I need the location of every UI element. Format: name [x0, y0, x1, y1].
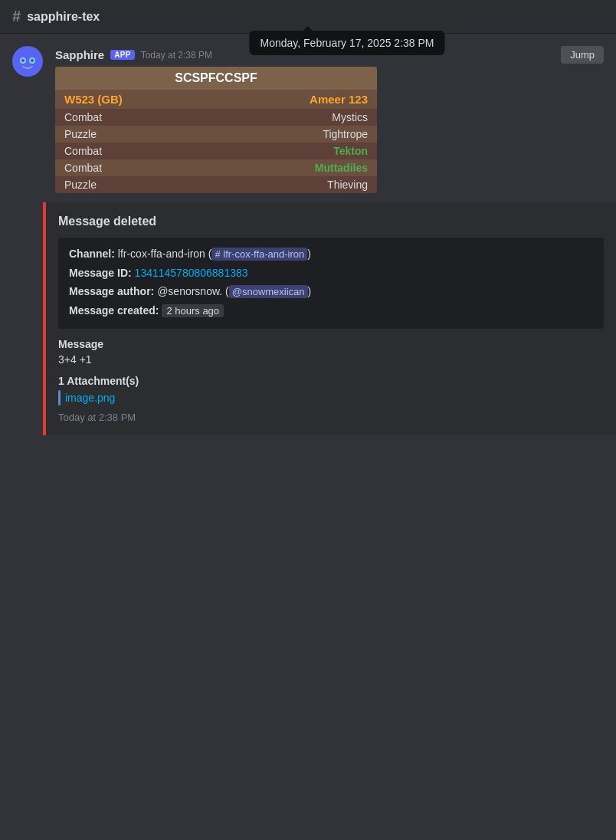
channel-value: lfr-cox-ffa-and-iron ( — [118, 248, 212, 260]
channel-mention[interactable]: # lfr-cox-ffa-and-iron — [211, 248, 307, 261]
created-value: 2 hours ago — [162, 304, 224, 317]
jump-button[interactable]: Jump — [561, 46, 604, 64]
channel-hash-icon: # — [12, 8, 21, 25]
game-row-right-5: Thieving — [327, 179, 368, 191]
game-row-right-1: Mystics — [332, 111, 368, 123]
author-field: Message author: @senorsnow. (@snowmexiic… — [69, 283, 593, 300]
sapphire-avatar-icon — [12, 46, 43, 77]
section-message-title: Message — [58, 338, 604, 350]
game-title: SCSPFCCSPF — [175, 71, 257, 84]
attachment-bar — [58, 390, 61, 405]
channel-header: # sapphire-tex Monday, February 17, 2025… — [0, 0, 616, 34]
game-row-left-1: Combat — [64, 111, 102, 123]
author-paren-close: ) — [308, 285, 312, 297]
deleted-message-embed: Message deleted Channel: lfr-cox-ffa-and… — [43, 202, 616, 435]
attachment-link[interactable]: image.png — [65, 392, 115, 404]
embed-fields: Channel: lfr-cox-ffa-and-iron (# lfr-cox… — [58, 238, 604, 329]
message-timestamp: Today at 2:38 PM — [141, 50, 212, 61]
app-badge: APP — [110, 50, 134, 60]
message-id-value[interactable]: 1341145780806881383 — [135, 267, 248, 279]
author-value: @senorsnow. ( — [157, 285, 229, 297]
game-row-left-3: Combat — [64, 145, 102, 157]
channel-paren-close: ) — [307, 248, 311, 260]
author-mention[interactable]: @snowmexiican — [229, 285, 308, 298]
channel-field: Channel: lfr-cox-ffa-and-iron (# lfr-cox… — [69, 245, 593, 263]
message-row: Sapphire APP Today at 2:38 PM Jump SCSPF… — [0, 34, 616, 196]
game-row-left-4: Combat — [64, 162, 102, 174]
attachment-row: image.png — [58, 390, 604, 405]
created-label: Message created: — [69, 304, 159, 317]
created-field: Message created: 2 hours ago — [69, 302, 593, 320]
message-id-field: Message ID: 1341145780806881383 — [69, 264, 593, 281]
game-row-right-3: Tekton — [333, 145, 368, 157]
avatar — [12, 46, 43, 77]
author-label: Message author: — [69, 285, 154, 297]
game-row-right-2: Tightrope — [323, 128, 368, 140]
message-author: Sapphire — [55, 48, 104, 61]
channel-name: sapphire-tex — [27, 10, 100, 24]
game-row-left-2: Puzzle — [64, 128, 97, 140]
svg-point-4 — [31, 59, 34, 62]
game-header-left: W523 (GB) — [64, 93, 123, 106]
embed-title: Message deleted — [58, 215, 604, 228]
message-content-wrapper: Sapphire APP Today at 2:38 PM Jump SCSPF… — [55, 46, 604, 193]
section-message-content: 3+4 +1 — [58, 353, 604, 366]
game-header-right: Ameer 123 — [310, 93, 368, 106]
message-id-label: Message ID: — [69, 267, 132, 279]
channel-label: Channel: — [69, 248, 115, 260]
game-row-right-4: Muttadiles — [315, 162, 368, 174]
section-attachment-title: 1 Attachment(s) — [58, 375, 604, 387]
game-row-left-5: Puzzle — [64, 179, 97, 191]
game-image: SCSPFCCSPF W523 (GB) Ameer 123 Combat My… — [55, 67, 377, 193]
svg-point-3 — [21, 59, 25, 62]
timestamp-tooltip: Monday, February 17, 2025 2:38 PM — [250, 31, 445, 55]
embed-footer-time: Today at 2:38 PM — [58, 412, 604, 423]
